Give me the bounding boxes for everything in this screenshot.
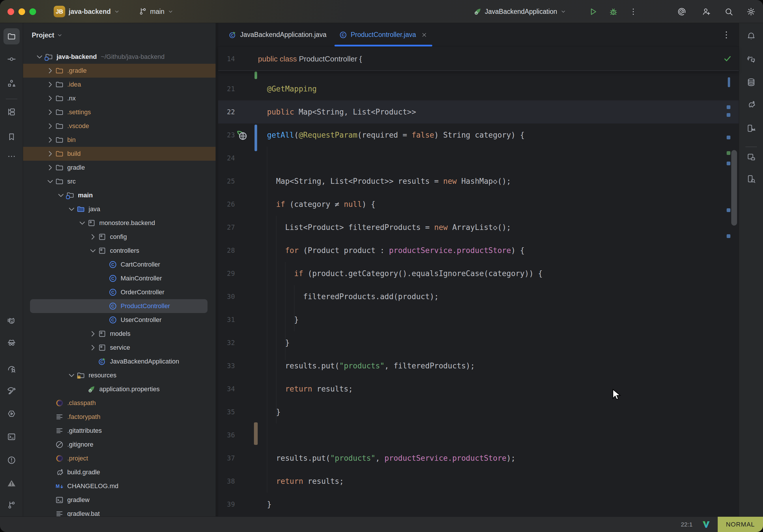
dependencies-button[interactable]: [3, 104, 20, 120]
code-line[interactable]: 25Map<String, List<Product>> results = n…: [218, 170, 739, 193]
tree-chevron-down-icon[interactable]: [56, 190, 66, 200]
tree-chevron-right-icon[interactable]: [88, 343, 98, 353]
tree-item[interactable]: .factorypath: [23, 410, 216, 424]
code-line[interactable]: 29if (product.getCategory().equalsIgnore…: [218, 262, 739, 285]
build-hammer-button[interactable]: [3, 382, 20, 398]
tree-item[interactable]: src: [23, 174, 216, 188]
tree-item[interactable]: CJavaBackendApplication: [23, 355, 216, 369]
code-line[interactable]: 28for (Product product : productService.…: [218, 239, 739, 262]
tree-item[interactable]: .idea: [23, 78, 216, 91]
code-line[interactable]: 38return results;: [218, 470, 739, 493]
tree-item[interactable]: build: [23, 147, 216, 161]
code-line[interactable]: 24: [218, 147, 739, 170]
endpoint-icon[interactable]: [236, 129, 248, 141]
code-line[interactable]: 39}: [218, 493, 739, 516]
tree-chevron-down-icon[interactable]: [67, 371, 76, 380]
minimize-window-button[interactable]: [19, 8, 25, 15]
structure-button[interactable]: [3, 75, 20, 91]
code-line[interactable]: 23getAll(@RequestParam(required = false)…: [218, 124, 739, 147]
bookmarks-button[interactable]: [3, 129, 20, 145]
tree-item[interactable]: java-backend~/Github/java-backend: [23, 50, 216, 64]
tree-chevron-right-icon[interactable]: [88, 329, 98, 339]
close-window-button[interactable]: [8, 8, 14, 15]
tree-item[interactable]: .project: [23, 452, 216, 465]
tree-chevron-down-icon[interactable]: [35, 52, 45, 62]
vcs-change-marker[interactable]: [255, 125, 257, 151]
incognito-button[interactable]: [3, 334, 20, 351]
tree-item[interactable]: .gitignore: [23, 438, 216, 452]
tree-chevron-right-icon[interactable]: [45, 149, 55, 159]
warning-button[interactable]: [3, 475, 20, 491]
code-line[interactable]: 30filteredProducts.add(product);: [218, 285, 739, 308]
tree-chevron-down-icon[interactable]: [45, 176, 55, 186]
project-panel-header[interactable]: Project: [32, 28, 63, 42]
tab-options-button[interactable]: [721, 30, 731, 40]
more-button[interactable]: [3, 148, 20, 164]
settings-button[interactable]: [744, 5, 757, 18]
tree-item[interactable]: resources: [23, 369, 216, 382]
code-line[interactable]: 33results.put("products", filteredProduc…: [218, 354, 739, 377]
tree-item[interactable]: controllers: [23, 244, 216, 258]
tree-item[interactable]: config: [23, 230, 216, 244]
code-line[interactable]: 37results.put("products", productService…: [218, 447, 739, 470]
ai-assistant-button[interactable]: [675, 5, 688, 18]
project-selector[interactable]: java-backend: [69, 0, 120, 23]
tree-item[interactable]: .gitattributes: [23, 424, 216, 438]
tree-item[interactable]: java: [23, 202, 216, 216]
tree-chevron-down-icon[interactable]: [77, 218, 87, 228]
tree-item[interactable]: .nx: [23, 91, 216, 105]
tree-chevron-right-icon[interactable]: [45, 80, 55, 89]
vcs-change-marker[interactable]: [255, 71, 257, 79]
code-line[interactable]: 26if (category ≠ null) {: [218, 193, 739, 216]
tree-item[interactable]: gradle: [23, 161, 216, 174]
profiler-button[interactable]: [3, 361, 20, 377]
gradle-button[interactable]: [743, 96, 759, 113]
code-viewport[interactable]: 21@GetMapping22public Map<String, List<P…: [218, 71, 739, 516]
tree-item[interactable]: COrderController: [23, 285, 216, 299]
ai-assistant-button[interactable]: [743, 51, 759, 67]
code-with-me-button[interactable]: [700, 5, 712, 18]
code-line[interactable]: 21@GetMapping: [218, 77, 739, 100]
code-line[interactable]: 32}: [218, 331, 739, 354]
device-manager-button[interactable]: [743, 149, 759, 165]
tree-item[interactable]: gradlew.bat: [23, 507, 216, 516]
debug-button[interactable]: [607, 5, 619, 18]
editor-scrollbar[interactable]: [731, 150, 737, 226]
tree-chevron-right-icon[interactable]: [45, 163, 55, 172]
terminal-button[interactable]: [3, 429, 20, 445]
tree-item[interactable]: CMainController: [23, 271, 216, 285]
branch-selector[interactable]: main: [139, 0, 174, 23]
tree-chevron-right-icon[interactable]: [45, 135, 55, 145]
code-line[interactable]: 22public Map<String, List<Product>>: [218, 100, 739, 124]
code-line[interactable]: 31}: [218, 308, 739, 331]
more-actions-button[interactable]: [627, 5, 639, 18]
database-button[interactable]: [743, 74, 759, 90]
code-line[interactable]: 34return results;: [218, 377, 739, 400]
tree-item[interactable]: .classpath: [23, 396, 216, 410]
git-branch-button[interactable]: [3, 497, 20, 513]
tree-chevron-right-icon[interactable]: [45, 121, 55, 131]
vim-mode-badge[interactable]: NORMAL: [718, 517, 763, 532]
tree-item[interactable]: main: [23, 188, 216, 202]
tree-item[interactable]: .gradle: [23, 64, 216, 78]
tree-item[interactable]: bin: [23, 133, 216, 147]
tree-item[interactable]: MCHANGELOG.md: [23, 479, 216, 493]
code-line[interactable]: 27List<Product> filteredProducts = new A…: [218, 216, 739, 239]
run-configuration-selector[interactable]: JavaBackendApplication: [473, 0, 567, 23]
services-button[interactable]: [3, 406, 20, 422]
tree-item[interactable]: CProductController: [23, 299, 216, 313]
editor-tab[interactable]: CProductController.java: [333, 23, 434, 47]
tree-item[interactable]: application.properties: [23, 382, 216, 396]
zoom-window-button[interactable]: [30, 8, 36, 15]
run-button[interactable]: [587, 5, 600, 18]
code-line[interactable]: 36: [218, 424, 739, 447]
tree-chevron-right-icon[interactable]: [45, 66, 55, 75]
tree-item[interactable]: CCartController: [23, 258, 216, 271]
search-everywhere-button[interactable]: [722, 5, 735, 18]
editor-area[interactable]: CJavaBackendApplication.javaCProductCont…: [218, 23, 739, 516]
project-button[interactable]: [3, 28, 20, 45]
running-devices-button[interactable]: [743, 120, 759, 137]
caret-position[interactable]: 22:1: [681, 517, 693, 532]
tree-chevron-right-icon[interactable]: [45, 93, 55, 103]
tree-item[interactable]: build.gradle: [23, 465, 216, 479]
